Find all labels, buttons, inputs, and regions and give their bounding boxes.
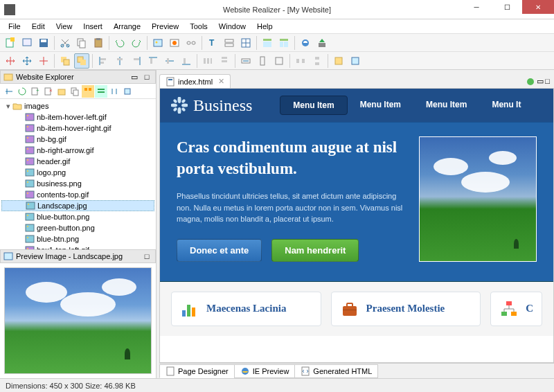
align-center-h-icon[interactable]	[112, 53, 127, 69]
style2-icon[interactable]	[348, 53, 363, 69]
tree-file[interactable]: nb-right-arrow.gif	[1, 145, 154, 156]
layer1-icon[interactable]	[57, 53, 73, 69]
tree-file[interactable]: green-button.png	[1, 222, 154, 233]
size-both-icon[interactable]	[271, 53, 287, 69]
maximize-button[interactable]: ☐	[492, 0, 522, 14]
image-icon[interactable]	[150, 35, 166, 51]
exp-filter-icon[interactable]	[121, 85, 134, 98]
tab-page-designer[interactable]: Page Designer	[159, 364, 235, 378]
space-v-icon[interactable]	[310, 53, 325, 69]
publish-icon[interactable]	[314, 35, 330, 51]
nav-item[interactable]: Menu It	[479, 96, 533, 115]
hero-section[interactable]: Cras condimentum augue at nisl porta ves…	[160, 122, 553, 282]
resize1-icon[interactable]	[3, 53, 18, 69]
design-canvas[interactable]: Business Menu Item Menu Item Menu Item M…	[159, 88, 554, 363]
new-page-icon[interactable]	[3, 35, 18, 51]
align-bottom-icon[interactable]	[179, 53, 194, 69]
align-right-icon[interactable]	[129, 53, 144, 69]
exp-view1-icon[interactable]	[82, 85, 94, 98]
exp-sort-icon[interactable]	[108, 85, 120, 98]
tree-file[interactable]: business.png	[1, 178, 154, 189]
feature-row[interactable]: Maecenas Lacinia Praesent Molestie C	[160, 282, 553, 336]
panel-max-icon[interactable]: □	[141, 72, 152, 82]
tab-ie-preview[interactable]: IE Preview	[234, 364, 296, 378]
text-icon[interactable]: T	[205, 35, 220, 51]
open-icon[interactable]	[19, 35, 35, 51]
style1-icon[interactable]	[331, 53, 346, 69]
table-icon[interactable]	[238, 35, 253, 51]
menu-file[interactable]: File	[3, 21, 26, 32]
editor-status-icon[interactable]	[526, 77, 535, 88]
form-icon[interactable]	[222, 35, 237, 51]
editor-min-icon[interactable]: ▭	[537, 77, 544, 88]
tree-file[interactable]: nb-item-hover-left.gif	[1, 112, 154, 123]
distribute-h-icon[interactable]	[200, 53, 215, 69]
exp-folder-icon[interactable]	[55, 85, 68, 98]
tree-file[interactable]: blue-button.png	[1, 211, 154, 222]
tab-close-icon[interactable]: ✕	[218, 77, 224, 86]
tree-file[interactable]: Landscape.jpg	[1, 200, 154, 211]
layout2-icon[interactable]	[276, 35, 292, 51]
copy-icon[interactable]	[74, 35, 89, 51]
nav-item[interactable]: Menu Item	[280, 96, 347, 115]
hero-heading[interactable]: Cras condimentum augue at nisl porta ves…	[177, 136, 405, 179]
align-left-icon[interactable]	[96, 53, 111, 69]
align-middle-icon[interactable]	[162, 53, 177, 69]
tree-file[interactable]: box1-top-left.gif	[1, 244, 154, 249]
site-header[interactable]: Business Menu Item Menu Item Menu Item M…	[160, 89, 553, 122]
nav-item[interactable]: Menu Item	[348, 96, 413, 115]
feature-box[interactable]: Praesent Molestie	[331, 292, 481, 326]
menu-arrange[interactable]: Arrange	[108, 21, 146, 32]
resize2-icon[interactable]	[36, 53, 51, 69]
exp-view2-icon[interactable]	[95, 85, 107, 98]
redo-icon[interactable]	[129, 35, 144, 51]
nav-item[interactable]: Menu Item	[413, 96, 479, 115]
hero-body[interactable]: Phasellus tincidunt ultricies tellus, si…	[177, 190, 405, 225]
size-h-icon[interactable]	[255, 53, 270, 69]
move-icon[interactable]	[19, 53, 35, 69]
feature-box[interactable]: Maecenas Lacinia	[171, 292, 321, 326]
tab-generated-html[interactable]: Generated HTML	[294, 364, 378, 378]
feature-box[interactable]: C	[490, 292, 542, 326]
panel-minimize-icon[interactable]: ▭	[129, 72, 140, 82]
align-top-icon[interactable]	[145, 53, 161, 69]
size-w-icon[interactable]	[238, 53, 253, 69]
tree-file[interactable]: contents-top.gif	[1, 189, 154, 200]
distribute-v-icon[interactable]	[217, 53, 232, 69]
menu-edit[interactable]: Edit	[26, 21, 51, 32]
exp-new-icon[interactable]: +	[29, 85, 42, 98]
menu-view[interactable]: View	[51, 21, 78, 32]
menu-window[interactable]: Window	[213, 21, 251, 32]
link-icon[interactable]	[184, 35, 199, 51]
menu-insert[interactable]: Insert	[78, 21, 108, 32]
menu-preview[interactable]: Preview	[146, 21, 184, 32]
collapse-icon[interactable]: ▾	[4, 102, 12, 111]
save-icon[interactable]	[36, 35, 51, 51]
layout1-icon[interactable]	[260, 35, 275, 51]
preview-max-icon[interactable]: □	[141, 251, 152, 261]
hero-button-1[interactable]: Donec et ante	[177, 239, 262, 262]
tree-file[interactable]: nb-bg.gif	[1, 134, 154, 145]
hero-button-2[interactable]: Nam hendrerit	[271, 239, 359, 262]
editor-tab[interactable]: index.html ✕	[159, 74, 231, 88]
minimize-button[interactable]: ─	[461, 0, 492, 14]
exp-del-icon[interactable]: ×	[42, 85, 55, 98]
media-icon[interactable]	[167, 35, 182, 51]
hero-image[interactable]	[419, 136, 537, 262]
editor-max-icon[interactable]: □	[545, 77, 550, 88]
undo-icon[interactable]	[112, 35, 127, 51]
menu-tools[interactable]: Tools	[184, 21, 213, 32]
tree-folder[interactable]: ▾ images	[1, 100, 154, 112]
paste-icon[interactable]	[91, 35, 106, 51]
menu-help[interactable]: Help	[251, 21, 278, 32]
exp-nav-icon[interactable]	[3, 85, 15, 98]
tree-file[interactable]: logo.png	[1, 167, 154, 178]
tree-file[interactable]: nb-item-hover-right.gif	[1, 123, 154, 134]
tree-file[interactable]: header.gif	[1, 156, 154, 167]
exp-refresh-icon[interactable]	[16, 85, 28, 98]
exp-copy-icon[interactable]	[69, 85, 81, 98]
close-button[interactable]: ✕	[522, 0, 554, 14]
tree-file[interactable]: blue-btn.png	[1, 233, 154, 244]
layer2-icon[interactable]	[74, 53, 89, 69]
cut-icon[interactable]	[57, 35, 73, 51]
